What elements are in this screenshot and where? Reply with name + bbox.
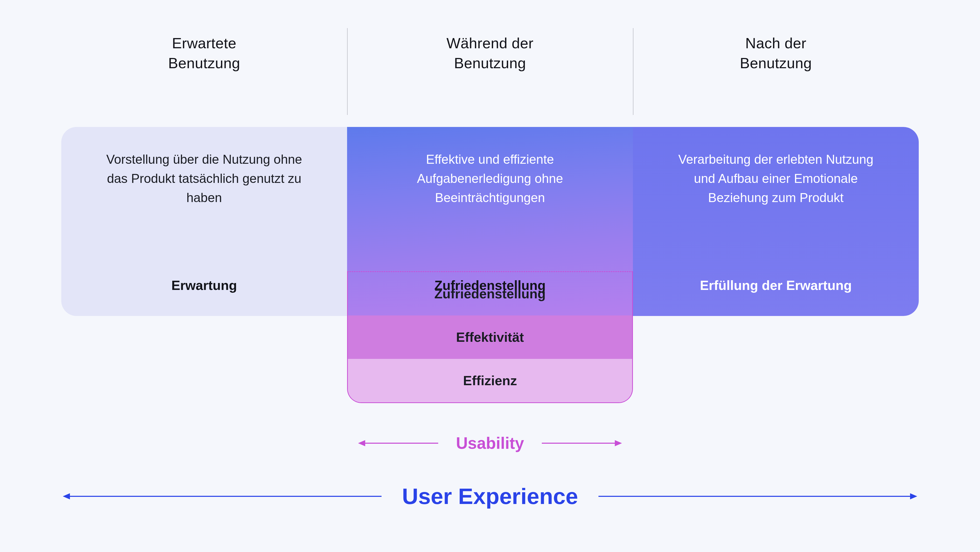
usability-label-row: Usability xyxy=(61,434,919,453)
phase-cell-after: Verarbeitung der erlebten Nutzung und Au… xyxy=(633,127,919,316)
phase-band: Vorstellung über die Nutzung ohne das Pr… xyxy=(61,127,919,403)
ux-label-row: User Experience xyxy=(61,483,919,509)
ux-label: User Experience xyxy=(402,483,578,509)
column-divider-1 xyxy=(347,28,348,115)
usability-arrow-right-icon xyxy=(542,443,621,444)
ux-arrow-right-icon xyxy=(598,496,916,497)
usability-row-efficiency: Effizienz xyxy=(348,359,632,402)
phase-heading-before: Erwartete Benutzung xyxy=(61,33,347,73)
phase-heading-after-line2: Benutzung xyxy=(740,55,812,71)
phase-cell-before: Vorstellung über die Nutzung ohne das Pr… xyxy=(61,127,347,316)
phase-heading-before-line1: Erwartete xyxy=(172,35,237,51)
usability-row-effectiveness: Effektivität xyxy=(348,316,632,359)
phase-heading-during: Während der Benutzung xyxy=(347,33,633,73)
phase-desc-after: Verarbeitung der erlebten Nutzung und Au… xyxy=(666,150,886,207)
phase-heading-during-line1: Während der xyxy=(447,35,534,51)
phase-headings-row: Erwartete Benutzung Während der Benutzun… xyxy=(61,33,919,73)
ux-arrow-left-icon xyxy=(64,496,382,497)
phase-tag-after: Erfüllung der Erwartung xyxy=(633,278,919,293)
column-divider-2 xyxy=(633,28,633,115)
phase-tag-before: Erwartung xyxy=(61,278,347,293)
phase-heading-after-line1: Nach der xyxy=(745,35,806,51)
ux-usability-diagram: Erwartete Benutzung Während der Benutzun… xyxy=(61,33,919,509)
phase-desc-during: Effektive und effiziente Aufgabenerledig… xyxy=(380,150,600,207)
usability-box: Zufriedenstellung Effektivität Effizienz xyxy=(347,271,633,403)
usability-row-satisfaction: Zufriedenstellung xyxy=(348,272,632,316)
phase-heading-after: Nach der Benutzung xyxy=(633,33,919,73)
phase-heading-during-line2: Benutzung xyxy=(454,55,526,71)
phase-desc-before: Vorstellung über die Nutzung ohne das Pr… xyxy=(94,150,314,207)
usability-label: Usability xyxy=(456,434,524,453)
usability-arrow-left-icon xyxy=(359,443,438,444)
phase-heading-before-line2: Benutzung xyxy=(168,55,240,71)
